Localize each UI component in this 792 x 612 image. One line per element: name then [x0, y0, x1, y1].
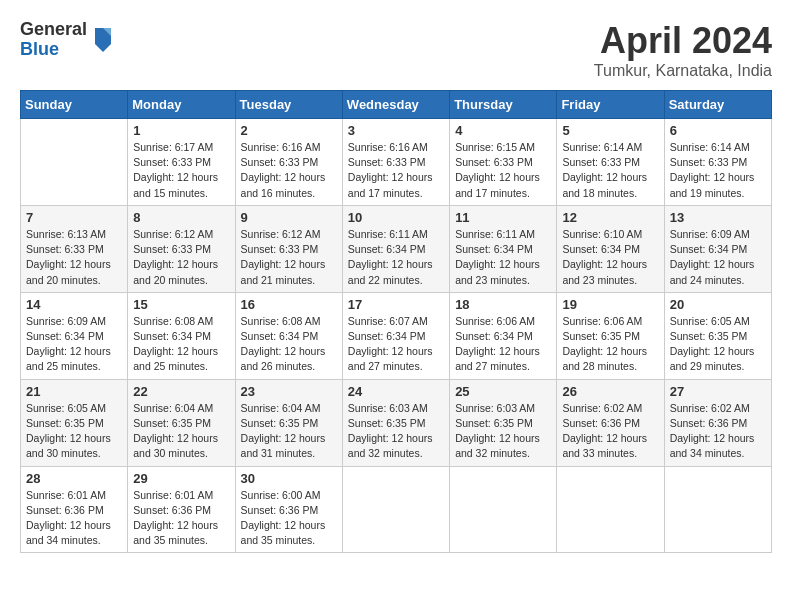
day-info: Sunrise: 6:01 AM Sunset: 6:36 PM Dayligh…	[133, 488, 229, 549]
day-number: 12	[562, 210, 658, 225]
weekday-header-tuesday: Tuesday	[235, 91, 342, 119]
calendar-header-row: SundayMondayTuesdayWednesdayThursdayFrid…	[21, 91, 772, 119]
day-number: 29	[133, 471, 229, 486]
weekday-header-saturday: Saturday	[664, 91, 771, 119]
calendar-cell: 10Sunrise: 6:11 AM Sunset: 6:34 PM Dayli…	[342, 205, 449, 292]
calendar-cell: 18Sunrise: 6:06 AM Sunset: 6:34 PM Dayli…	[450, 292, 557, 379]
calendar-cell: 17Sunrise: 6:07 AM Sunset: 6:34 PM Dayli…	[342, 292, 449, 379]
logo: General Blue	[20, 20, 115, 60]
day-number: 8	[133, 210, 229, 225]
calendar-cell	[557, 466, 664, 553]
calendar-cell: 12Sunrise: 6:10 AM Sunset: 6:34 PM Dayli…	[557, 205, 664, 292]
logo-general-text: General	[20, 20, 87, 40]
title-block: April 2024 Tumkur, Karnataka, India	[594, 20, 772, 80]
day-info: Sunrise: 6:02 AM Sunset: 6:36 PM Dayligh…	[562, 401, 658, 462]
day-info: Sunrise: 6:02 AM Sunset: 6:36 PM Dayligh…	[670, 401, 766, 462]
day-info: Sunrise: 6:08 AM Sunset: 6:34 PM Dayligh…	[133, 314, 229, 375]
day-number: 10	[348, 210, 444, 225]
day-info: Sunrise: 6:15 AM Sunset: 6:33 PM Dayligh…	[455, 140, 551, 201]
calendar-cell: 25Sunrise: 6:03 AM Sunset: 6:35 PM Dayli…	[450, 379, 557, 466]
day-number: 21	[26, 384, 122, 399]
day-info: Sunrise: 6:04 AM Sunset: 6:35 PM Dayligh…	[133, 401, 229, 462]
day-number: 5	[562, 123, 658, 138]
day-number: 27	[670, 384, 766, 399]
day-number: 4	[455, 123, 551, 138]
day-info: Sunrise: 6:06 AM Sunset: 6:35 PM Dayligh…	[562, 314, 658, 375]
calendar-cell	[664, 466, 771, 553]
day-info: Sunrise: 6:13 AM Sunset: 6:33 PM Dayligh…	[26, 227, 122, 288]
calendar-cell: 5Sunrise: 6:14 AM Sunset: 6:33 PM Daylig…	[557, 119, 664, 206]
day-number: 23	[241, 384, 337, 399]
calendar-week-row: 14Sunrise: 6:09 AM Sunset: 6:34 PM Dayli…	[21, 292, 772, 379]
calendar-week-row: 1Sunrise: 6:17 AM Sunset: 6:33 PM Daylig…	[21, 119, 772, 206]
calendar-cell: 11Sunrise: 6:11 AM Sunset: 6:34 PM Dayli…	[450, 205, 557, 292]
day-number: 13	[670, 210, 766, 225]
day-info: Sunrise: 6:14 AM Sunset: 6:33 PM Dayligh…	[562, 140, 658, 201]
calendar-cell: 4Sunrise: 6:15 AM Sunset: 6:33 PM Daylig…	[450, 119, 557, 206]
day-number: 26	[562, 384, 658, 399]
calendar-cell: 30Sunrise: 6:00 AM Sunset: 6:36 PM Dayli…	[235, 466, 342, 553]
weekday-header-thursday: Thursday	[450, 91, 557, 119]
weekday-header-sunday: Sunday	[21, 91, 128, 119]
day-info: Sunrise: 6:08 AM Sunset: 6:34 PM Dayligh…	[241, 314, 337, 375]
calendar-cell: 27Sunrise: 6:02 AM Sunset: 6:36 PM Dayli…	[664, 379, 771, 466]
day-info: Sunrise: 6:01 AM Sunset: 6:36 PM Dayligh…	[26, 488, 122, 549]
day-info: Sunrise: 6:16 AM Sunset: 6:33 PM Dayligh…	[348, 140, 444, 201]
day-number: 22	[133, 384, 229, 399]
weekday-header-friday: Friday	[557, 91, 664, 119]
day-info: Sunrise: 6:12 AM Sunset: 6:33 PM Dayligh…	[133, 227, 229, 288]
day-number: 2	[241, 123, 337, 138]
calendar-cell: 19Sunrise: 6:06 AM Sunset: 6:35 PM Dayli…	[557, 292, 664, 379]
calendar-table: SundayMondayTuesdayWednesdayThursdayFrid…	[20, 90, 772, 553]
calendar-cell: 23Sunrise: 6:04 AM Sunset: 6:35 PM Dayli…	[235, 379, 342, 466]
calendar-cell: 14Sunrise: 6:09 AM Sunset: 6:34 PM Dayli…	[21, 292, 128, 379]
day-number: 28	[26, 471, 122, 486]
day-number: 19	[562, 297, 658, 312]
calendar-cell: 24Sunrise: 6:03 AM Sunset: 6:35 PM Dayli…	[342, 379, 449, 466]
day-info: Sunrise: 6:03 AM Sunset: 6:35 PM Dayligh…	[455, 401, 551, 462]
day-info: Sunrise: 6:11 AM Sunset: 6:34 PM Dayligh…	[455, 227, 551, 288]
day-number: 7	[26, 210, 122, 225]
day-number: 30	[241, 471, 337, 486]
day-number: 1	[133, 123, 229, 138]
day-number: 11	[455, 210, 551, 225]
calendar-cell: 2Sunrise: 6:16 AM Sunset: 6:33 PM Daylig…	[235, 119, 342, 206]
weekday-header-wednesday: Wednesday	[342, 91, 449, 119]
calendar-week-row: 7Sunrise: 6:13 AM Sunset: 6:33 PM Daylig…	[21, 205, 772, 292]
day-info: Sunrise: 6:10 AM Sunset: 6:34 PM Dayligh…	[562, 227, 658, 288]
main-title: April 2024	[594, 20, 772, 62]
calendar-cell: 9Sunrise: 6:12 AM Sunset: 6:33 PM Daylig…	[235, 205, 342, 292]
calendar-cell	[21, 119, 128, 206]
logo-icon	[91, 24, 115, 56]
day-info: Sunrise: 6:11 AM Sunset: 6:34 PM Dayligh…	[348, 227, 444, 288]
day-info: Sunrise: 6:00 AM Sunset: 6:36 PM Dayligh…	[241, 488, 337, 549]
day-info: Sunrise: 6:05 AM Sunset: 6:35 PM Dayligh…	[670, 314, 766, 375]
day-number: 16	[241, 297, 337, 312]
calendar-cell: 15Sunrise: 6:08 AM Sunset: 6:34 PM Dayli…	[128, 292, 235, 379]
day-info: Sunrise: 6:17 AM Sunset: 6:33 PM Dayligh…	[133, 140, 229, 201]
day-number: 3	[348, 123, 444, 138]
day-info: Sunrise: 6:03 AM Sunset: 6:35 PM Dayligh…	[348, 401, 444, 462]
calendar-cell: 8Sunrise: 6:12 AM Sunset: 6:33 PM Daylig…	[128, 205, 235, 292]
calendar-cell: 28Sunrise: 6:01 AM Sunset: 6:36 PM Dayli…	[21, 466, 128, 553]
logo-blue-text: Blue	[20, 40, 87, 60]
day-number: 6	[670, 123, 766, 138]
subtitle: Tumkur, Karnataka, India	[594, 62, 772, 80]
calendar-cell: 16Sunrise: 6:08 AM Sunset: 6:34 PM Dayli…	[235, 292, 342, 379]
day-info: Sunrise: 6:12 AM Sunset: 6:33 PM Dayligh…	[241, 227, 337, 288]
day-number: 14	[26, 297, 122, 312]
day-info: Sunrise: 6:14 AM Sunset: 6:33 PM Dayligh…	[670, 140, 766, 201]
calendar-cell: 29Sunrise: 6:01 AM Sunset: 6:36 PM Dayli…	[128, 466, 235, 553]
day-number: 17	[348, 297, 444, 312]
calendar-week-row: 21Sunrise: 6:05 AM Sunset: 6:35 PM Dayli…	[21, 379, 772, 466]
day-info: Sunrise: 6:05 AM Sunset: 6:35 PM Dayligh…	[26, 401, 122, 462]
day-number: 15	[133, 297, 229, 312]
day-info: Sunrise: 6:06 AM Sunset: 6:34 PM Dayligh…	[455, 314, 551, 375]
calendar-cell	[450, 466, 557, 553]
calendar-cell: 1Sunrise: 6:17 AM Sunset: 6:33 PM Daylig…	[128, 119, 235, 206]
day-number: 9	[241, 210, 337, 225]
day-number: 25	[455, 384, 551, 399]
calendar-week-row: 28Sunrise: 6:01 AM Sunset: 6:36 PM Dayli…	[21, 466, 772, 553]
day-info: Sunrise: 6:09 AM Sunset: 6:34 PM Dayligh…	[26, 314, 122, 375]
calendar-cell: 13Sunrise: 6:09 AM Sunset: 6:34 PM Dayli…	[664, 205, 771, 292]
